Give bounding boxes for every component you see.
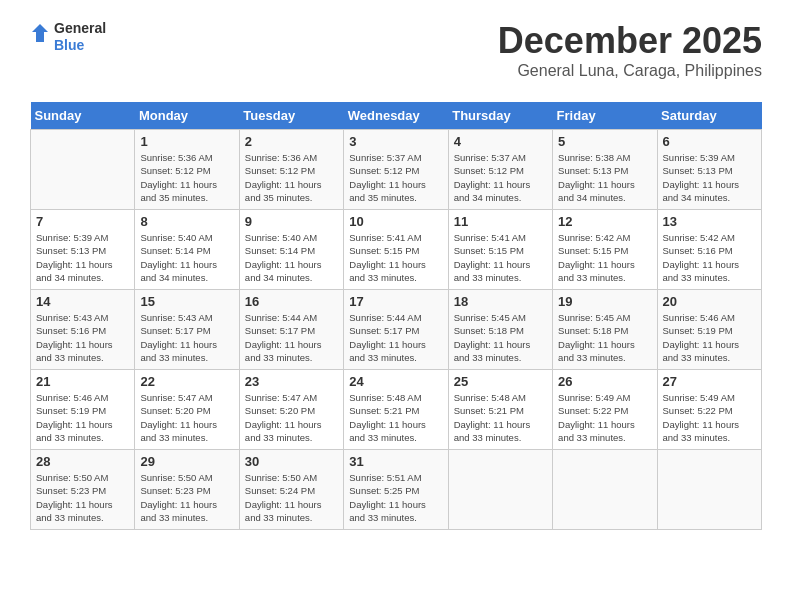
- day-number: 10: [349, 214, 442, 229]
- calendar-cell: 10Sunrise: 5:41 AM Sunset: 5:15 PM Dayli…: [344, 210, 448, 290]
- day-number: 11: [454, 214, 547, 229]
- calendar-cell: 30Sunrise: 5:50 AM Sunset: 5:24 PM Dayli…: [239, 450, 343, 530]
- week-row-3: 14Sunrise: 5:43 AM Sunset: 5:16 PM Dayli…: [31, 290, 762, 370]
- calendar-cell: 18Sunrise: 5:45 AM Sunset: 5:18 PM Dayli…: [448, 290, 552, 370]
- calendar-cell: 14Sunrise: 5:43 AM Sunset: 5:16 PM Dayli…: [31, 290, 135, 370]
- day-number: 29: [140, 454, 233, 469]
- day-number: 18: [454, 294, 547, 309]
- day-detail: Sunrise: 5:44 AM Sunset: 5:17 PM Dayligh…: [245, 311, 338, 364]
- logo-blue: Blue: [54, 37, 106, 54]
- calendar-cell: [448, 450, 552, 530]
- day-header-tuesday: Tuesday: [239, 102, 343, 130]
- day-detail: Sunrise: 5:49 AM Sunset: 5:22 PM Dayligh…: [558, 391, 651, 444]
- day-detail: Sunrise: 5:48 AM Sunset: 5:21 PM Dayligh…: [349, 391, 442, 444]
- calendar-cell: 31Sunrise: 5:51 AM Sunset: 5:25 PM Dayli…: [344, 450, 448, 530]
- logo-general: General: [54, 20, 106, 37]
- calendar-cell: 1Sunrise: 5:36 AM Sunset: 5:12 PM Daylig…: [135, 130, 239, 210]
- day-detail: Sunrise: 5:40 AM Sunset: 5:14 PM Dayligh…: [245, 231, 338, 284]
- calendar-cell: 16Sunrise: 5:44 AM Sunset: 5:17 PM Dayli…: [239, 290, 343, 370]
- day-detail: Sunrise: 5:42 AM Sunset: 5:16 PM Dayligh…: [663, 231, 756, 284]
- day-number: 8: [140, 214, 233, 229]
- calendar-cell: 12Sunrise: 5:42 AM Sunset: 5:15 PM Dayli…: [553, 210, 657, 290]
- calendar-cell: 29Sunrise: 5:50 AM Sunset: 5:23 PM Dayli…: [135, 450, 239, 530]
- calendar-cell: 5Sunrise: 5:38 AM Sunset: 5:13 PM Daylig…: [553, 130, 657, 210]
- day-number: 15: [140, 294, 233, 309]
- day-number: 19: [558, 294, 651, 309]
- calendar-cell: [553, 450, 657, 530]
- week-row-4: 21Sunrise: 5:46 AM Sunset: 5:19 PM Dayli…: [31, 370, 762, 450]
- day-detail: Sunrise: 5:44 AM Sunset: 5:17 PM Dayligh…: [349, 311, 442, 364]
- calendar-table: SundayMondayTuesdayWednesdayThursdayFrid…: [30, 102, 762, 530]
- day-number: 25: [454, 374, 547, 389]
- day-detail: Sunrise: 5:39 AM Sunset: 5:13 PM Dayligh…: [663, 151, 756, 204]
- calendar-cell: [31, 130, 135, 210]
- day-detail: Sunrise: 5:38 AM Sunset: 5:13 PM Dayligh…: [558, 151, 651, 204]
- day-detail: Sunrise: 5:50 AM Sunset: 5:24 PM Dayligh…: [245, 471, 338, 524]
- day-number: 1: [140, 134, 233, 149]
- day-number: 12: [558, 214, 651, 229]
- calendar-cell: [657, 450, 761, 530]
- calendar-cell: 13Sunrise: 5:42 AM Sunset: 5:16 PM Dayli…: [657, 210, 761, 290]
- day-detail: Sunrise: 5:43 AM Sunset: 5:16 PM Dayligh…: [36, 311, 129, 364]
- logo-text: General Blue: [54, 20, 106, 54]
- day-number: 13: [663, 214, 756, 229]
- top-area: General Blue December 2025 General Luna,…: [30, 20, 762, 90]
- day-header-monday: Monday: [135, 102, 239, 130]
- day-detail: Sunrise: 5:41 AM Sunset: 5:15 PM Dayligh…: [454, 231, 547, 284]
- day-number: 28: [36, 454, 129, 469]
- day-detail: Sunrise: 5:40 AM Sunset: 5:14 PM Dayligh…: [140, 231, 233, 284]
- day-number: 2: [245, 134, 338, 149]
- svg-marker-0: [32, 24, 48, 42]
- day-header-friday: Friday: [553, 102, 657, 130]
- day-detail: Sunrise: 5:42 AM Sunset: 5:15 PM Dayligh…: [558, 231, 651, 284]
- calendar-cell: 28Sunrise: 5:50 AM Sunset: 5:23 PM Dayli…: [31, 450, 135, 530]
- day-detail: Sunrise: 5:50 AM Sunset: 5:23 PM Dayligh…: [36, 471, 129, 524]
- day-number: 31: [349, 454, 442, 469]
- title-section: December 2025 General Luna, Caraga, Phil…: [498, 20, 762, 80]
- day-detail: Sunrise: 5:36 AM Sunset: 5:12 PM Dayligh…: [245, 151, 338, 204]
- calendar-cell: 8Sunrise: 5:40 AM Sunset: 5:14 PM Daylig…: [135, 210, 239, 290]
- day-detail: Sunrise: 5:39 AM Sunset: 5:13 PM Dayligh…: [36, 231, 129, 284]
- day-number: 23: [245, 374, 338, 389]
- logo-bird-icon: [30, 22, 50, 52]
- day-header-thursday: Thursday: [448, 102, 552, 130]
- calendar-cell: 22Sunrise: 5:47 AM Sunset: 5:20 PM Dayli…: [135, 370, 239, 450]
- day-detail: Sunrise: 5:46 AM Sunset: 5:19 PM Dayligh…: [663, 311, 756, 364]
- calendar-cell: 24Sunrise: 5:48 AM Sunset: 5:21 PM Dayli…: [344, 370, 448, 450]
- day-detail: Sunrise: 5:47 AM Sunset: 5:20 PM Dayligh…: [245, 391, 338, 444]
- calendar-cell: 7Sunrise: 5:39 AM Sunset: 5:13 PM Daylig…: [31, 210, 135, 290]
- calendar-cell: 17Sunrise: 5:44 AM Sunset: 5:17 PM Dayli…: [344, 290, 448, 370]
- day-number: 20: [663, 294, 756, 309]
- day-detail: Sunrise: 5:46 AM Sunset: 5:19 PM Dayligh…: [36, 391, 129, 444]
- day-detail: Sunrise: 5:36 AM Sunset: 5:12 PM Dayligh…: [140, 151, 233, 204]
- calendar-cell: 26Sunrise: 5:49 AM Sunset: 5:22 PM Dayli…: [553, 370, 657, 450]
- calendar-cell: 27Sunrise: 5:49 AM Sunset: 5:22 PM Dayli…: [657, 370, 761, 450]
- day-number: 6: [663, 134, 756, 149]
- day-number: 4: [454, 134, 547, 149]
- day-detail: Sunrise: 5:47 AM Sunset: 5:20 PM Dayligh…: [140, 391, 233, 444]
- location: General Luna, Caraga, Philippines: [498, 62, 762, 80]
- day-detail: Sunrise: 5:45 AM Sunset: 5:18 PM Dayligh…: [454, 311, 547, 364]
- day-header-sunday: Sunday: [31, 102, 135, 130]
- day-number: 5: [558, 134, 651, 149]
- day-number: 22: [140, 374, 233, 389]
- calendar-cell: 20Sunrise: 5:46 AM Sunset: 5:19 PM Dayli…: [657, 290, 761, 370]
- calendar-cell: 3Sunrise: 5:37 AM Sunset: 5:12 PM Daylig…: [344, 130, 448, 210]
- day-detail: Sunrise: 5:48 AM Sunset: 5:21 PM Dayligh…: [454, 391, 547, 444]
- day-number: 30: [245, 454, 338, 469]
- day-number: 14: [36, 294, 129, 309]
- calendar-cell: 25Sunrise: 5:48 AM Sunset: 5:21 PM Dayli…: [448, 370, 552, 450]
- calendar-cell: 15Sunrise: 5:43 AM Sunset: 5:17 PM Dayli…: [135, 290, 239, 370]
- day-detail: Sunrise: 5:37 AM Sunset: 5:12 PM Dayligh…: [454, 151, 547, 204]
- week-row-1: 1Sunrise: 5:36 AM Sunset: 5:12 PM Daylig…: [31, 130, 762, 210]
- logo: General Blue: [30, 20, 106, 54]
- calendar-cell: 2Sunrise: 5:36 AM Sunset: 5:12 PM Daylig…: [239, 130, 343, 210]
- day-detail: Sunrise: 5:50 AM Sunset: 5:23 PM Dayligh…: [140, 471, 233, 524]
- day-number: 9: [245, 214, 338, 229]
- day-number: 7: [36, 214, 129, 229]
- calendar-cell: 11Sunrise: 5:41 AM Sunset: 5:15 PM Dayli…: [448, 210, 552, 290]
- day-detail: Sunrise: 5:37 AM Sunset: 5:12 PM Dayligh…: [349, 151, 442, 204]
- day-detail: Sunrise: 5:43 AM Sunset: 5:17 PM Dayligh…: [140, 311, 233, 364]
- day-detail: Sunrise: 5:45 AM Sunset: 5:18 PM Dayligh…: [558, 311, 651, 364]
- day-number: 27: [663, 374, 756, 389]
